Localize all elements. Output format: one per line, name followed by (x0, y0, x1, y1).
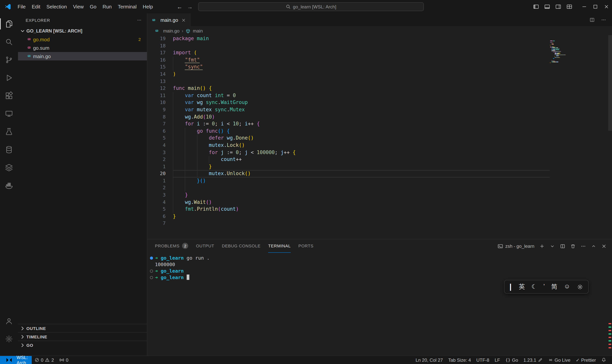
activity-item-docker[interactable] (0, 177, 18, 195)
editor-line[interactable]: 20 mutex.Unlock() (147, 170, 612, 177)
editor-line[interactable]: 8 wg.Add(10) (147, 113, 612, 120)
editor-line[interactable]: 4 mutex.Lock() (147, 142, 612, 149)
line-number[interactable]: 8 (147, 113, 173, 120)
panel-tab-problems[interactable]: PROBLEMS2 (155, 239, 188, 253)
editor-scrollbar[interactable] (608, 35, 612, 131)
split-editor-icon[interactable] (589, 17, 595, 23)
customize-layout-icon[interactable] (564, 0, 575, 13)
cursor-position[interactable]: Ln 20, Col 27 (413, 356, 446, 364)
editor-line[interactable]: 15 "sync" (147, 64, 612, 71)
toggle-panel-icon[interactable] (542, 0, 553, 13)
section-timeline[interactable]: TIMELINE (18, 332, 147, 341)
tab-main-go[interactable]: GO main.go (147, 13, 190, 27)
section-go[interactable]: GO (18, 341, 147, 349)
problems-status[interactable]: 0 2 (32, 356, 57, 364)
line-number[interactable]: 15 (147, 64, 173, 71)
line-number[interactable]: 1 (147, 177, 173, 184)
menu-run[interactable]: Run (99, 0, 115, 13)
terminal-dropdown-icon[interactable] (550, 243, 555, 249)
line-number[interactable]: 4 (147, 199, 173, 206)
activity-item-accounts[interactable] (0, 312, 18, 330)
activity-item-extensions[interactable] (0, 87, 18, 105)
line-number[interactable]: 3 (147, 192, 173, 199)
editor-line[interactable]: 9 var mutex sync.Mutex (147, 106, 612, 113)
editor-more-actions-icon[interactable] (601, 17, 606, 23)
explorer-more-actions-icon[interactable]: ⋯ (137, 18, 142, 23)
file-item-go-sum[interactable]: GOgo.sum (18, 44, 147, 52)
line-number[interactable]: 16 (147, 57, 173, 64)
remote-indicator[interactable]: WSL: Arch (0, 356, 32, 364)
editor-line[interactable]: 6 go func() { (147, 128, 612, 135)
terminal-line[interactable]: ➜ go_learn go run . (147, 255, 612, 261)
close-panel-icon[interactable] (601, 243, 607, 249)
line-number[interactable]: 14 (147, 71, 173, 78)
line-number[interactable]: 17 (147, 49, 173, 56)
editor-line[interactable]: 18 (147, 42, 612, 49)
panel-tab-output[interactable]: OUTPUT (196, 239, 214, 253)
panel-tab-ports[interactable]: PORTS (298, 239, 313, 253)
line-number[interactable]: 2 (147, 184, 173, 192)
menu-go[interactable]: Go (87, 0, 100, 13)
terminal-line[interactable]: 1000000 (147, 261, 612, 268)
gear-icon[interactable] (577, 284, 583, 290)
maximize-button[interactable] (590, 0, 601, 13)
line-number[interactable]: 18 (147, 42, 173, 49)
line-number[interactable]: 13 (147, 78, 173, 85)
indentation-status[interactable]: Tab Size: 4 (446, 356, 474, 364)
close-button[interactable] (601, 0, 612, 13)
explorer-root-folder[interactable]: GO_LEARN [WSL: ARCH] (18, 27, 147, 35)
editor-line[interactable]: 5 defer wg.Done() (147, 135, 612, 142)
editor-line[interactable]: 11 var count int = 0 (147, 92, 612, 99)
terminal-line[interactable]: ➜ go_learn (147, 274, 612, 281)
notifications-bell[interactable] (599, 356, 609, 364)
line-number[interactable]: 5 (147, 206, 173, 213)
encoding-status[interactable]: UTF-8 (474, 356, 492, 364)
activity-item-source-control[interactable] (0, 51, 18, 69)
ime-item-3[interactable]: 简 (551, 283, 557, 291)
go-version[interactable]: 1.23.1 (521, 356, 545, 364)
command-decoration-icon[interactable] (150, 269, 153, 273)
file-item-go-mod[interactable]: GOgo.mod2 (18, 35, 147, 44)
prettier-status[interactable]: ✓Prettier (573, 356, 599, 364)
split-terminal-icon[interactable] (560, 243, 565, 249)
ime-item-0[interactable]: 英 (519, 283, 525, 291)
minimap[interactable] (550, 40, 595, 64)
breadcrumb-symbol[interactable]: main (193, 28, 203, 34)
line-number[interactable]: 7 (147, 220, 173, 227)
line-number[interactable]: 12 (147, 85, 173, 92)
activity-item-database[interactable] (0, 141, 18, 159)
code-editor[interactable]: 19package main1817import (16 "fmt"15 "sy… (147, 35, 612, 239)
file-item-main-go[interactable]: GOmain.go (18, 52, 147, 60)
editor-line[interactable]: 7 (147, 220, 612, 227)
menu-help[interactable]: Help (140, 0, 156, 13)
editor-line[interactable]: 1 }() (147, 177, 612, 184)
editor-line[interactable]: 1 } (147, 163, 612, 170)
editor-line[interactable]: 3 } (147, 192, 612, 199)
editor-line[interactable]: 7 for i := 0; i < 10; i++ { (147, 120, 612, 128)
editor-line[interactable]: 5 fmt.Println(count) (147, 206, 612, 213)
activity-item-search[interactable] (0, 33, 18, 51)
editor-line[interactable]: 10 var wg sync.WaitGroup (147, 99, 612, 106)
editor-line[interactable]: 4 wg.Wait() (147, 199, 612, 206)
command-decoration-icon[interactable] (150, 256, 153, 260)
menu-file[interactable]: File (14, 0, 29, 13)
activity-item-testing[interactable] (0, 123, 18, 141)
panel-tab-terminal[interactable]: TERMINAL (268, 239, 291, 253)
ime-item-2[interactable]: ’ (543, 283, 545, 291)
maximize-panel-icon[interactable] (591, 243, 596, 249)
new-terminal-icon[interactable] (539, 243, 545, 249)
line-number[interactable]: 1 (147, 163, 173, 170)
panel-tab-debug-console[interactable]: DEBUG CONSOLE (222, 239, 261, 253)
menu-selection[interactable]: Selection (43, 0, 70, 13)
terminal[interactable]: ➜ go_learn go run .1000000➜ go_learn➜ go… (147, 253, 612, 356)
tab-close-icon[interactable] (181, 17, 186, 23)
terminal-line[interactable]: ➜ go_learn (147, 268, 612, 274)
line-number[interactable]: 7 (147, 120, 173, 128)
back-arrow-icon[interactable]: ← (177, 3, 183, 10)
editor-line[interactable]: 17import ( (147, 49, 612, 56)
terminal-instance[interactable]: zsh - go_learn (498, 243, 534, 249)
editor-line[interactable]: 12func main() { (147, 85, 612, 92)
menu-edit[interactable]: Edit (29, 0, 43, 13)
line-number[interactable]: 6 (147, 128, 173, 135)
line-number[interactable]: 19 (147, 35, 173, 42)
